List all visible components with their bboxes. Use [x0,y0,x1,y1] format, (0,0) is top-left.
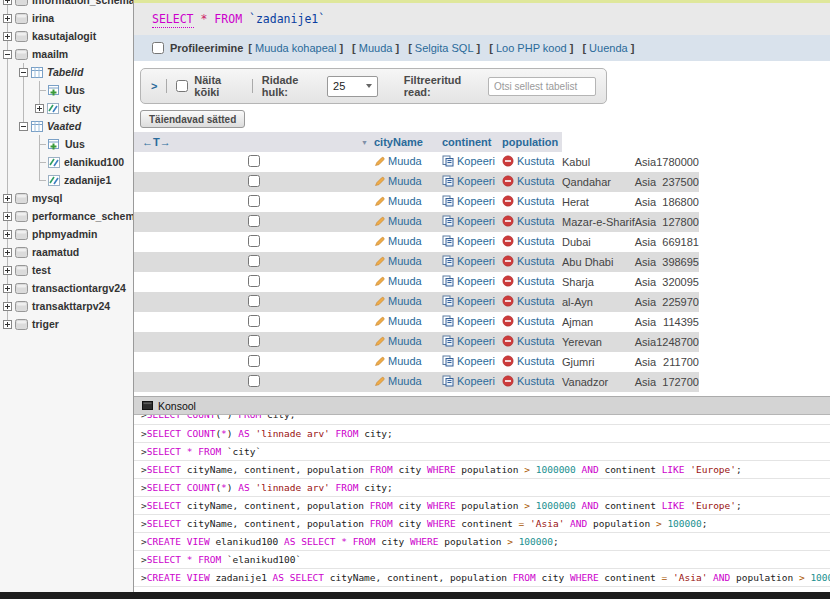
edit-row-link[interactable]: Muuda [374,295,422,307]
column-options-handle[interactable]: ←T→ [142,136,171,148]
query-action-link[interactable]: Loo PHP kood [496,42,567,54]
delete-row-link[interactable]: Kustuta [502,235,554,247]
column-header-continent[interactable]: continent [442,132,502,152]
sidebar-item-raamatud[interactable]: raamatud [0,243,133,261]
console-history-entry[interactable]: >SELECT cityName, continent, population … [134,497,830,515]
sidebar-item-test[interactable]: test [0,261,133,279]
console-history-entry[interactable]: >CREATE VIEW elanikud100 AS SELECT * FRO… [134,533,830,551]
expand-plus-icon[interactable] [3,0,12,5]
rows-count-select[interactable]: 25 [327,76,378,97]
row-select-checkbox[interactable] [248,195,260,207]
query-action-link[interactable]: Selgita SQL [415,42,474,54]
sidebar-item-information-schema[interactable]: information_schema [0,0,133,9]
edit-row-link[interactable]: Muuda [374,375,422,387]
edit-row-link[interactable]: Muuda [374,215,422,227]
copy-row-link[interactable]: Kopeeri [442,195,495,207]
expand-plus-icon[interactable] [3,194,12,203]
sidebar-item-transakttarpv24[interactable]: transakttarpv24 [0,297,133,315]
copy-row-link[interactable]: Kopeeri [442,175,495,187]
header-actions-cell[interactable]: ←T→ ▼ [134,132,374,152]
delete-row-link[interactable]: Kustuta [502,195,554,207]
console-history-entry[interactable]: >SELECT cityName, continent, population … [134,515,830,533]
delete-row-link[interactable]: Kustuta [502,295,554,307]
edit-row-link[interactable]: Muuda [374,355,422,367]
query-action-link[interactable]: Muuda kohapeal [255,42,336,54]
sidebar-item-maailm[interactable]: maailm [0,45,133,63]
query-action-link[interactable]: Muuda [359,42,393,54]
console-history-entry[interactable]: >SELECT * FROM `elanikud100` [134,551,830,569]
row-select-checkbox[interactable] [248,335,260,347]
expand-plus-icon[interactable] [3,320,12,329]
show-all-checkbox[interactable] [176,80,188,92]
expand-plus-icon[interactable] [3,266,12,275]
row-select-checkbox[interactable] [248,155,260,167]
sidebar-item-performance-schema[interactable]: performance_schema [0,207,133,225]
delete-row-link[interactable]: Kustuta [502,275,554,287]
collapse-minus-icon[interactable] [3,50,12,59]
delete-row-link[interactable]: Kustuta [502,255,554,267]
edit-row-link[interactable]: Muuda [374,255,422,267]
column-header-cityname[interactable]: cityName [374,132,442,152]
expand-plus-icon[interactable] [35,104,44,113]
edit-row-link[interactable]: Muuda [374,335,422,347]
row-select-checkbox[interactable] [248,375,260,387]
sidebar-item-kasutajalogit[interactable]: kasutajalogit [0,27,133,45]
copy-row-link[interactable]: Kopeeri [442,295,495,307]
delete-row-link[interactable]: Kustuta [502,375,554,387]
copy-row-link[interactable]: Kopeeri [442,315,495,327]
copy-row-link[interactable]: Kopeeri [442,235,495,247]
row-select-checkbox[interactable] [248,215,260,227]
expand-plus-icon[interactable] [3,32,12,41]
delete-row-link[interactable]: Kustuta [502,315,554,327]
sort-descending-icon[interactable]: ▼ [361,139,368,146]
console-history-entry[interactable]: >SELECT COUNT(*) AS 'linnade arv' FROM c… [134,479,830,497]
sidebar-item-triger[interactable]: triger [0,315,133,333]
table-filter-input[interactable] [488,77,596,96]
copy-row-link[interactable]: Kopeeri [442,155,495,167]
delete-row-link[interactable]: Kustuta [502,155,554,167]
console-history-entry[interactable]: >SELECT COUNT(*) AS 'linnade arv' FROM c… [134,425,830,443]
expand-plus-icon[interactable] [3,284,12,293]
row-select-checkbox[interactable] [248,295,260,307]
sidebar-item-city[interactable]: city [0,99,133,117]
query-action-link[interactable]: Uuenda [589,42,628,54]
row-select-checkbox[interactable] [248,175,260,187]
edit-row-link[interactable]: Muuda [374,235,422,247]
row-select-checkbox[interactable] [248,235,260,247]
edit-row-link[interactable]: Muuda [374,195,422,207]
copy-row-link[interactable]: Kopeeri [442,355,495,367]
sidebar-item-uus[interactable]: Uus [0,81,133,99]
expand-query-button[interactable]: > [151,80,157,92]
console-history-entry[interactable]: >SELECT * FROM `city` [134,443,830,461]
column-header-population[interactable]: population [502,132,562,152]
sidebar-item-tabelid[interactable]: Tabelid [0,63,133,81]
sidebar-item-zadanije1[interactable]: zadanije1 [0,171,133,189]
edit-row-link[interactable]: Muuda [374,175,422,187]
sidebar-item-elanikud100[interactable]: elanikud100 [0,153,133,171]
delete-row-link[interactable]: Kustuta [502,175,554,187]
copy-row-link[interactable]: Kopeeri [442,215,495,227]
edit-row-link[interactable]: Muuda [374,275,422,287]
row-select-checkbox[interactable] [248,315,260,327]
collapse-minus-icon[interactable] [19,68,28,77]
sidebar-item-irina[interactable]: irina [0,9,133,27]
expand-plus-icon[interactable] [3,212,12,221]
sidebar-item-uus[interactable]: Uus [0,135,133,153]
sidebar-item-mysql[interactable]: mysql [0,189,133,207]
edit-row-link[interactable]: Muuda [374,155,422,167]
sidebar-item-vaated[interactable]: Vaated [0,117,133,135]
console-history-entry[interactable]: >CREATE VIEW zadanije1 AS SELECT cityNam… [134,569,830,587]
collapse-minus-icon[interactable] [19,122,28,131]
profiling-checkbox[interactable] [152,42,164,54]
copy-row-link[interactable]: Kopeeri [442,255,495,267]
sidebar-item-phpmyadmin[interactable]: phpmyadmin [0,225,133,243]
edit-row-link[interactable]: Muuda [374,315,422,327]
additional-settings-button[interactable]: Täiendavad sätted [140,110,245,128]
console-history-entry[interactable]: >SELECT COUNT(*) FROM city; [134,415,830,425]
copy-row-link[interactable]: Kopeeri [442,275,495,287]
expand-plus-icon[interactable] [3,248,12,257]
row-select-checkbox[interactable] [248,355,260,367]
copy-row-link[interactable]: Kopeeri [442,335,495,347]
delete-row-link[interactable]: Kustuta [502,335,554,347]
row-select-checkbox[interactable] [248,275,260,287]
